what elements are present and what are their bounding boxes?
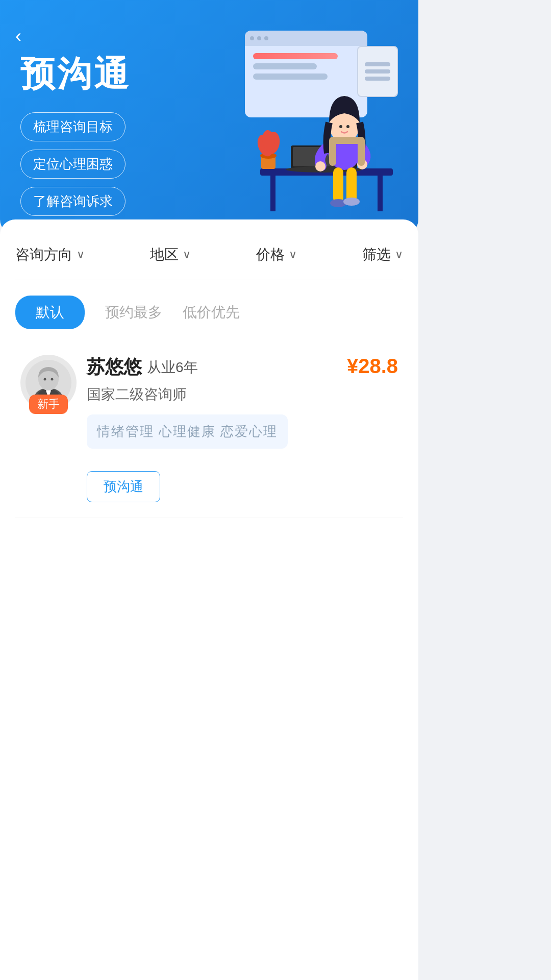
tag-container: 梳理咨询目标 定位心理困惑 了解咨询诉求 解答咨询疑惑 bbox=[20, 112, 214, 235]
main-content: 咨询方向 ∨ 地区 ∨ 价格 ∨ 筛选 ∨ 默认 预约最多 低价优先 bbox=[0, 219, 418, 980]
svg-point-17 bbox=[343, 198, 360, 206]
pre-consult-button[interactable]: 预沟通 bbox=[87, 471, 160, 502]
avatar-wrap: 新手 bbox=[20, 355, 77, 411]
back-button[interactable]: ‹ bbox=[15, 26, 21, 47]
counselor-tags: 情绪管理 心理健康 恋爱心理 bbox=[87, 414, 288, 449]
svg-point-28 bbox=[44, 378, 46, 381]
counselor-experience: 从业6年 bbox=[147, 358, 198, 377]
tag-3: 了解咨询诉求 bbox=[20, 187, 126, 216]
new-badge: 新手 bbox=[29, 395, 68, 414]
sort-tab-price[interactable]: 低价优先 bbox=[183, 303, 240, 322]
counselor-tag-text: 情绪管理 心理健康 恋爱心理 bbox=[97, 424, 278, 439]
tag-1: 梳理咨询目标 bbox=[20, 112, 126, 141]
sort-tab-default[interactable]: 默认 bbox=[15, 296, 85, 329]
chevron-down-icon: ∨ bbox=[183, 248, 191, 261]
card-header: 新手 苏悠悠 从业6年 国家二级咨询师 情绪管理 心理健康 恋爱心理 ¥28.8 bbox=[20, 355, 398, 459]
filter-region[interactable]: 地区 ∨ bbox=[150, 245, 191, 264]
svg-point-21 bbox=[346, 125, 349, 128]
chevron-down-icon: ∨ bbox=[395, 248, 403, 261]
svg-rect-14 bbox=[333, 167, 343, 203]
person-illustration bbox=[250, 56, 403, 219]
tag-2: 定位心理困惑 bbox=[20, 150, 126, 179]
name-row: 苏悠悠 从业6年 bbox=[87, 355, 288, 380]
filter-direction[interactable]: 咨询方向 ∨ bbox=[15, 245, 85, 264]
sort-tab-popular[interactable]: 预约最多 bbox=[105, 303, 162, 322]
card-info: 苏悠悠 从业6年 国家二级咨询师 情绪管理 心理健康 恋爱心理 bbox=[87, 355, 288, 459]
counselor-price: ¥28.8 bbox=[347, 355, 398, 378]
header-banner: ‹ 预沟通 梳理咨询目标 定位心理困惑 了解咨询诉求 解答咨询疑惑 bbox=[0, 0, 418, 235]
counselor-name: 苏悠悠 bbox=[87, 355, 142, 380]
svg-rect-2 bbox=[378, 176, 383, 211]
sort-tabs: 默认 预约最多 低价优先 bbox=[15, 280, 403, 339]
chevron-down-icon: ∨ bbox=[289, 248, 297, 261]
filter-screen[interactable]: 筛选 ∨ bbox=[362, 245, 403, 264]
filter-price[interactable]: 价格 ∨ bbox=[256, 245, 297, 264]
counselor-card[interactable]: 新手 苏悠悠 从业6年 国家二级咨询师 情绪管理 心理健康 恋爱心理 ¥28.8 bbox=[15, 339, 403, 518]
svg-point-20 bbox=[339, 125, 342, 128]
svg-rect-24 bbox=[329, 137, 365, 144]
chevron-down-icon: ∨ bbox=[77, 248, 85, 261]
counselor-title: 国家二级咨询师 bbox=[87, 385, 288, 404]
illustration bbox=[235, 15, 408, 219]
svg-point-29 bbox=[51, 378, 54, 381]
card-left: 新手 苏悠悠 从业6年 国家二级咨询师 情绪管理 心理健康 恋爱心理 bbox=[20, 355, 288, 459]
svg-point-12 bbox=[315, 161, 325, 172]
filter-bar: 咨询方向 ∨ 地区 ∨ 价格 ∨ 筛选 ∨ bbox=[15, 240, 403, 280]
page-title: 预沟通 bbox=[20, 51, 131, 97]
svg-rect-1 bbox=[270, 176, 276, 211]
